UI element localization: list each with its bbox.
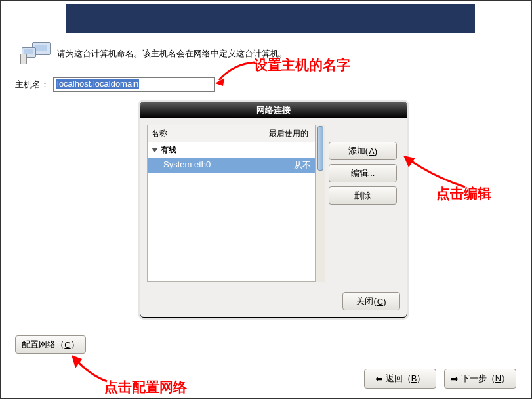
- arrow-left-icon: ⬅: [375, 373, 383, 384]
- list-item[interactable]: System eth0 从不: [148, 158, 315, 173]
- annotation-click-edit: 点击编辑: [436, 184, 491, 203]
- back-button[interactable]: ⬅ 返回（B）: [364, 369, 436, 388]
- connection-list[interactable]: 名称 最后使用的 有线 System eth0 从不: [147, 125, 316, 282]
- close-button[interactable]: 关闭(C): [342, 292, 400, 310]
- annotation-set-hostname: 设置主机的名字: [254, 56, 350, 74]
- dialog-title: 网络连接: [140, 102, 407, 118]
- configure-network-button[interactable]: 配置网络（C）: [15, 335, 86, 354]
- instruction-text: 请为这台计算机命名。该主机名会在网络中定义这台计算机。: [57, 48, 287, 60]
- network-dialog: 网络连接 名称 最后使用的 有线 System eth0: [140, 102, 407, 318]
- item-lastused: 从不: [294, 159, 311, 171]
- group-wired[interactable]: 有线: [148, 142, 315, 158]
- annotation-click-config-network: 点击配置网络: [104, 378, 187, 396]
- hostname-label: 主机名：: [15, 79, 49, 91]
- item-name: System eth0: [163, 159, 294, 171]
- arrow-right-icon: ➡: [451, 373, 459, 384]
- scrollbar[interactable]: [316, 125, 325, 282]
- col-lastused[interactable]: 最后使用的: [269, 128, 311, 139]
- header-banner: [66, 4, 488, 33]
- col-name[interactable]: 名称: [152, 128, 269, 139]
- computer-icon: [20, 42, 52, 66]
- delete-button[interactable]: 删除: [329, 186, 397, 205]
- add-button[interactable]: 添加(A): [329, 142, 397, 160]
- edit-button[interactable]: 编辑...: [329, 164, 397, 182]
- scroll-thumb[interactable]: [317, 126, 323, 171]
- svg-marker-2: [72, 355, 82, 368]
- list-header: 名称 最后使用的: [148, 125, 315, 142]
- expand-triangle-icon[interactable]: [152, 148, 158, 152]
- group-label: 有线: [161, 144, 176, 156]
- hostname-value: localhost.localdomain: [56, 79, 139, 89]
- hostname-input[interactable]: localhost.localdomain: [53, 77, 215, 92]
- next-button[interactable]: ➡ 下一步（N）: [444, 369, 516, 388]
